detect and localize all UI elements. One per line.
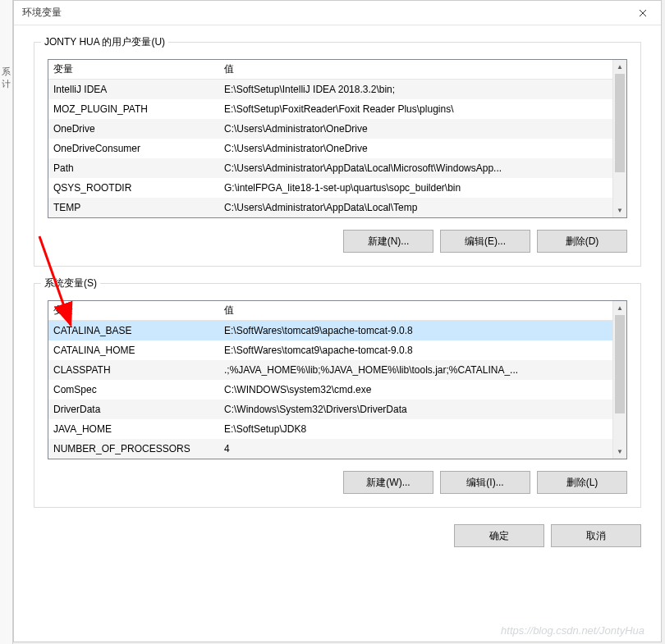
var-value: G:\intelFPGA_lite18-1-set-up\quartus\sop… [219,182,626,194]
var-name: DriverData [48,404,219,415]
var-value: .;%JAVA_HOME%\lib;%JAVA_HOME%\lib\tools.… [219,364,626,376]
var-value: E:\SoftWares\tomcat9\apache-tomcat-9.0.8 [219,325,626,336]
var-name: IntelliJ IDEA [48,84,219,95]
table-row[interactable]: DriverDataC:\Windows\System32\Drivers\Dr… [48,400,626,419]
header-value[interactable]: 值 [219,304,626,317]
scroll-down-icon[interactable]: ▼ [613,445,626,459]
table-row[interactable]: NUMBER_OF_PROCESSORS4 [48,439,626,459]
system-delete-button[interactable]: 删除(L) [537,471,627,494]
table-row[interactable]: MOZ_PLUGIN_PATHE:\SoftSetup\FoxitReader\… [48,99,626,119]
var-name: JAVA_HOME [48,423,219,435]
table-row[interactable]: JAVA_HOMEE:\SoftSetup\JDK8 [48,419,626,439]
user-variables-group: JONTY HUA 的用户变量(U) 变量 值 IntelliJ IDEAE:\… [34,42,641,267]
system-button-row: 新建(W)... 编辑(I)... 删除(L) [48,471,627,494]
background-panel-strip: 系计 [0,0,13,644]
dialog-button-row: 确定 取消 [14,524,661,560]
var-name: CATALINA_HOME [48,345,219,356]
list-header: 变量 值 [48,301,626,321]
header-name[interactable]: 变量 [48,62,219,76]
table-row[interactable]: OneDriveConsumerC:\Users\Administrator\O… [48,139,626,158]
var-name: OneDriveConsumer [48,143,219,154]
system-variables-list[interactable]: 变量 值 CATALINA_BASEE:\SoftWares\tomcat9\a… [48,300,627,459]
var-name: TEMP [48,202,219,213]
scroll-up-icon[interactable]: ▲ [613,60,626,74]
var-value: C:\Users\Administrator\AppData\Local\Mic… [219,162,626,174]
var-name: CLASSPATH [48,364,219,376]
var-value: C:\WINDOWS\system32\cmd.exe [219,384,626,395]
var-value: C:\Users\Administrator\OneDrive [219,123,626,135]
var-name: ComSpec [48,384,219,395]
scrollbar-thumb[interactable] [615,74,625,172]
var-value: C:\Windows\System32\Drivers\DriverData [219,404,626,415]
table-row[interactable]: QSYS_ROOTDIRG:\intelFPGA_lite18-1-set-up… [48,178,626,198]
table-row[interactable]: OneDriveC:\Users\Administrator\OneDrive [48,119,626,139]
cancel-button[interactable]: 取消 [551,524,641,547]
environment-variables-dialog: 环境变量 JONTY HUA 的用户变量(U) 变量 值 IntelliJ ID… [13,0,662,642]
var-value: C:\Users\Administrator\OneDrive [219,143,626,154]
var-value: 4 [219,443,626,454]
header-name[interactable]: 变量 [48,304,219,317]
var-value: C:\Users\Administrator\AppData\Local\Tem… [219,202,626,213]
header-value[interactable]: 值 [219,62,626,76]
system-new-button[interactable]: 新建(W)... [343,471,433,494]
var-value: E:\SoftSetup\IntelliJ IDEA 2018.3.2\bin; [219,84,626,95]
scrollbar[interactable]: ▲ ▼ [612,60,626,217]
watermark: https://blog.csdn.net/JontyHua [501,624,644,637]
table-row[interactable]: TEMPC:\Users\Administrator\AppData\Local… [48,198,626,217]
close-button[interactable] [624,1,661,25]
scroll-down-icon[interactable]: ▼ [613,203,626,217]
var-value: E:\SoftWares\tomcat9\apache-tomcat-9.0.8 [219,345,626,356]
scroll-up-icon[interactable]: ▲ [613,301,626,315]
table-row[interactable]: CATALINA_BASEE:\SoftWares\tomcat9\apache… [48,321,626,340]
list-header: 变量 值 [48,60,626,80]
table-row[interactable]: CATALINA_HOMEE:\SoftWares\tomcat9\apache… [48,340,626,360]
system-variables-label: 系统变量(S) [41,276,100,290]
system-variables-group: 系统变量(S) 变量 值 CATALINA_BASEE:\SoftWares\t… [34,283,641,508]
user-button-row: 新建(N)... 编辑(E)... 删除(D) [48,230,627,253]
table-row[interactable]: CLASSPATH.;%JAVA_HOME%\lib;%JAVA_HOME%\l… [48,360,626,380]
table-row[interactable]: ComSpecC:\WINDOWS\system32\cmd.exe [48,380,626,400]
var-value: E:\SoftSetup\FoxitReader\Foxit Reader Pl… [219,103,626,115]
window-title: 环境变量 [22,6,62,20]
scrollbar-thumb[interactable] [615,315,625,413]
user-delete-button[interactable]: 删除(D) [537,230,627,253]
table-row[interactable]: PathC:\Users\Administrator\AppData\Local… [48,158,626,178]
var-name: MOZ_PLUGIN_PATH [48,103,219,115]
var-name: Path [48,162,219,174]
system-edit-button[interactable]: 编辑(I)... [440,471,530,494]
user-new-button[interactable]: 新建(N)... [343,230,433,253]
var-name: CATALINA_BASE [48,325,219,336]
user-edit-button[interactable]: 编辑(E)... [440,230,530,253]
var-name: QSYS_ROOTDIR [48,182,219,194]
user-variables-label: JONTY HUA 的用户变量(U) [41,35,168,49]
var-name: OneDrive [48,123,219,135]
close-icon [639,9,647,17]
var-name: NUMBER_OF_PROCESSORS [48,443,219,454]
var-value: E:\SoftSetup\JDK8 [219,423,626,435]
ok-button[interactable]: 确定 [454,524,544,547]
table-row[interactable]: IntelliJ IDEAE:\SoftSetup\IntelliJ IDEA … [48,80,626,99]
titlebar: 环境变量 [14,1,661,25]
user-variables-list[interactable]: 变量 值 IntelliJ IDEAE:\SoftSetup\IntelliJ … [48,59,627,218]
scrollbar[interactable]: ▲ ▼ [612,301,626,459]
